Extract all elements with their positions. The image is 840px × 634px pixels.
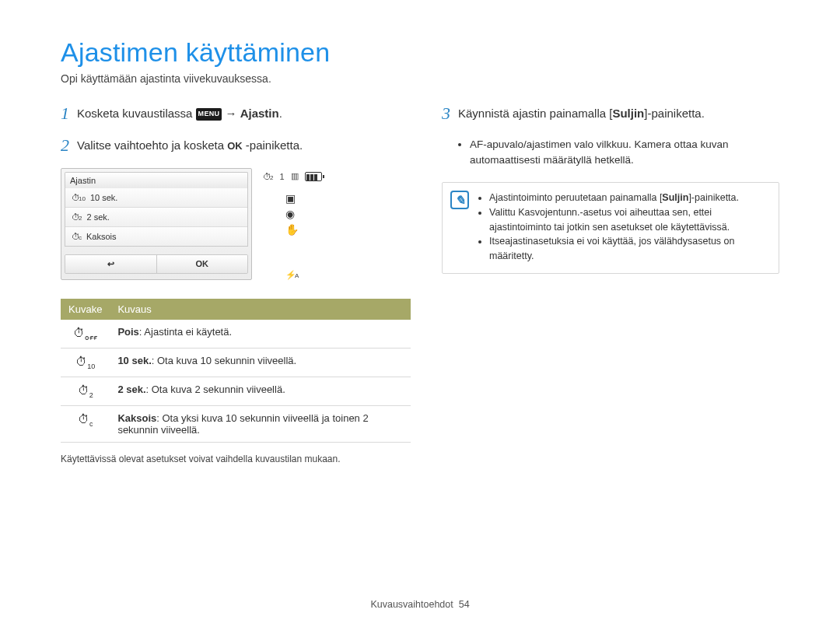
timer-10-icon: ⏱10 — [61, 349, 110, 377]
step-2: 2 Valitse vaihtoehto ja kosketa OK -pain… — [61, 137, 411, 155]
ok-chip-icon: OK — [227, 138, 243, 154]
step-number: 3 — [442, 105, 450, 122]
side-icon-stack: ▣ ◉ ✋ — [285, 189, 299, 239]
table-row: ⏱ᴏғғ Pois: Ajastinta ei käytetä. — [61, 320, 411, 349]
lcd-ok-button[interactable]: OK — [156, 255, 248, 273]
step3-text-pre: Käynnistä ajastin painamalla [ — [458, 107, 612, 120]
step2-text-post: -painiketta. — [246, 138, 303, 152]
indicator-icon: ◉ — [285, 208, 299, 220]
row3-label: 2 sek. — [117, 384, 145, 395]
side-one-label: 1 — [279, 172, 284, 181]
right-column: 3 Käynnistä ajastin painamalla [Suljin]-… — [442, 105, 779, 464]
table-header-desc: Kuvaus — [110, 299, 411, 320]
page-subtitle: Opi käyttämään ajastinta viivekuvauksess… — [61, 72, 779, 85]
step2-text-pre: Valitse vaihtoehto ja kosketa — [77, 138, 227, 152]
table-row: ⏱10 10 sek.: Ota kuva 10 sekunnin viivee… — [61, 349, 411, 377]
footer-section-label: Kuvausvaihtoehdot — [370, 599, 453, 610]
table-footnote: Käytettävissä olevat asetukset voivat va… — [61, 454, 411, 464]
step1-text-pre: Kosketa kuvaustilassa — [77, 107, 196, 120]
timer-double-icon: ⏱c — [61, 406, 110, 443]
side-capture-icon: ▥ — [291, 171, 299, 181]
step3-bullet: AF-apuvalo/ajastimen valo vilkkuu. Kamer… — [470, 137, 779, 169]
row2-label: 10 sek. — [117, 355, 151, 366]
step-3: 3 Käynnistä ajastin painamalla [Suljin]-… — [442, 105, 779, 123]
timer-off-icon: ⏱ᴏғғ — [61, 320, 110, 349]
info-icon: ✎ — [450, 191, 469, 209]
hand-icon: ✋ — [285, 223, 299, 236]
page-title: Ajastimen käyttäminen — [61, 37, 779, 68]
row1-label: Pois — [117, 326, 138, 338]
footer-page-number: 54 — [459, 599, 470, 610]
row2-desc: : Ota kuva 10 sekunnin viiveellä. — [152, 355, 296, 366]
info-bullet: Itseajastinasetuksia ei voi käyttää, jos… — [489, 234, 769, 264]
info-box: ✎ Ajastintoiminto peruutetaan painamalla… — [442, 182, 779, 274]
page-footer: Kuvausvaihtoehdot 54 — [0, 599, 840, 610]
info-bullet: Valittu Kasvojentunn.-asetus voi aiheutt… — [489, 205, 769, 235]
left-column: 1 Kosketa kuvaustilassa MENU → Ajastin. … — [61, 105, 411, 464]
timer-double-icon: ⏱c — [72, 232, 82, 241]
step-number: 2 — [61, 137, 69, 154]
battery-icon — [305, 172, 322, 181]
timer-10-icon: ⏱10 — [72, 193, 86, 202]
menu-chip-icon: MENU — [196, 108, 222, 121]
lcd-opt3-label: Kaksois — [86, 232, 117, 241]
table-row: ⏱c Kaksois: Ota yksi kuva 10 sekunnin vi… — [61, 406, 411, 443]
step1-target: Ajastin — [240, 107, 279, 120]
table-header-icon: Kuvake — [61, 299, 110, 320]
lcd-opt1-label: 10 sek. — [90, 193, 117, 202]
row3-desc: : Ota kuva 2 sekunnin viiveellä. — [146, 384, 285, 395]
row4-label: Kaksois — [117, 412, 156, 424]
lcd-opt2-label: 2 sek. — [86, 212, 109, 222]
indicator-icon: ▣ — [285, 192, 299, 205]
flash-auto-icon: ⚡A — [285, 270, 299, 279]
row1-desc: : Ajastinta ei käytetä. — [139, 326, 232, 338]
table-row: ⏱2 2 sek.: Ota kuva 2 sekunnin viiveellä… — [61, 377, 411, 406]
lcd-option-kaksois: ⏱c Kaksois — [65, 226, 247, 246]
timer-2-icon: ⏱2 — [72, 212, 82, 222]
step1-text-post: . — [279, 107, 282, 120]
step1-arrow: → — [225, 107, 240, 120]
lcd-back-button[interactable]: ↩ — [65, 255, 156, 273]
step-number: 1 — [61, 105, 69, 122]
lcd-option-10sek: ⏱10 10 sek. — [65, 188, 247, 207]
lcd-option-2sek: ⏱2 2 sek. — [65, 207, 247, 226]
info-bullet: Ajastintoiminto peruutetaan painamalla [… — [489, 191, 769, 205]
step3-text-post: ]-painiketta. — [644, 107, 705, 120]
step-1: 1 Kosketa kuvaustilassa MENU → Ajastin. — [61, 105, 411, 123]
lcd-side-indicators: ⏱2 1 ▥ ▣ ◉ ✋ ⚡A — [263, 168, 322, 280]
camera-lcd-screenshot: Ajastin ⏱10 10 sek. ⏱2 2 sek. ⏱c Kaksois — [61, 168, 411, 280]
step3-button: Suljin — [612, 107, 644, 120]
icon-description-table: Kuvake Kuvaus ⏱ᴏғғ Pois: Ajastinta ei kä… — [61, 299, 411, 443]
lcd-title: Ajastin — [65, 172, 248, 188]
side-timer-icon: ⏱2 — [263, 172, 273, 181]
timer-2-icon: ⏱2 — [61, 377, 110, 406]
